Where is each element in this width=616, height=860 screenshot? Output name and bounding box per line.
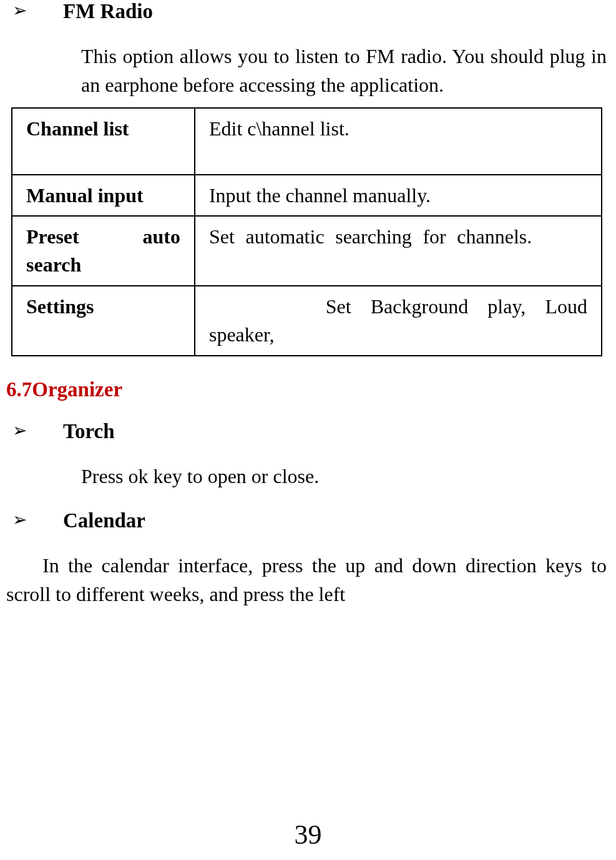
bullet-icon: ➢ <box>12 420 27 441</box>
table-row: Settings Set Background play, Loud speak… <box>12 286 602 356</box>
table-cell-label: Preset auto search <box>12 216 195 286</box>
table-cell-label: Channel list <box>12 108 195 175</box>
section-fm-radio: ➢ FM Radio <box>6 0 610 23</box>
body-torch: Press ok key to open or close. <box>81 462 607 491</box>
bullet-icon: ➢ <box>12 509 27 530</box>
section-title-fm-radio: FM Radio <box>63 0 153 23</box>
table-cell-desc: Set automatic searching for channels. <box>195 216 602 286</box>
bullet-icon: ➢ <box>12 0 27 21</box>
table-row: Channel list Edit c\hannel list. <box>12 108 602 175</box>
table-row: Manual input Input the channel manually. <box>12 175 602 217</box>
section-torch: ➢ Torch <box>6 420 610 443</box>
section-calendar: ➢ Calendar <box>6 509 610 532</box>
fm-radio-table: Channel list Edit c\hannel list. Manual … <box>11 107 602 356</box>
table-cell-label: Manual input <box>12 175 195 217</box>
body-calendar: In the calendar interface, press the up … <box>6 551 607 609</box>
table-cell-desc: Set Background play, Loud speaker, <box>195 286 602 356</box>
heading-organizer: 6.7Organizer <box>6 378 610 401</box>
table-cell-desc: Input the channel manually. <box>195 175 602 217</box>
section-title-torch: Torch <box>63 420 115 443</box>
body-fm-radio: This option allows you to listen to FM r… <box>81 42 607 100</box>
table-row: Preset auto search Set automatic searchi… <box>12 216 602 286</box>
section-title-calendar: Calendar <box>63 509 145 532</box>
page-number: 39 <box>0 819 616 851</box>
table-cell-label: Settings <box>12 286 195 356</box>
table-cell-desc: Edit c\hannel list. <box>195 108 602 175</box>
